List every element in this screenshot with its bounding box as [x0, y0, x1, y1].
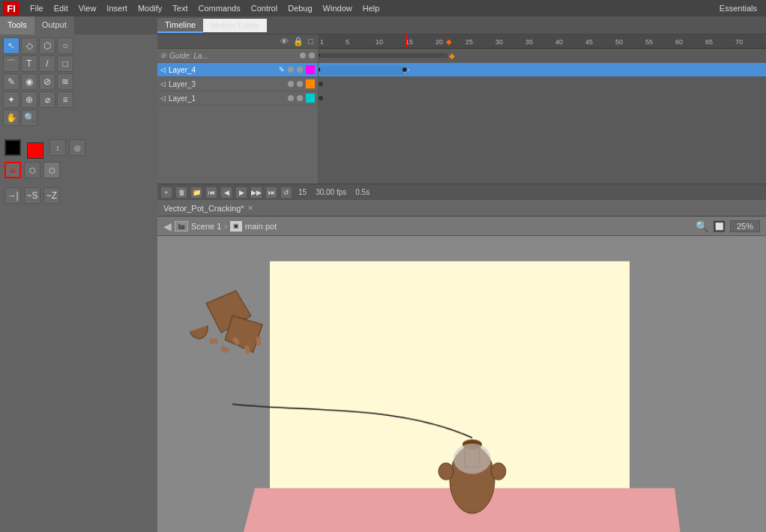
ruler-num-60: 60 — [675, 38, 683, 46]
timeline-header: Timeline Motion Editor — [157, 16, 766, 34]
layer1-icon: ◁ — [160, 94, 166, 102]
ruler-num-55: 55 — [645, 38, 653, 46]
back-btn[interactable]: ◀ — [163, 220, 172, 232]
menu-help[interactable]: Help — [358, 2, 384, 14]
swap-colors[interactable]: ↕ — [49, 139, 66, 156]
none-color[interactable]: □ — [4, 162, 21, 178]
tool-row-3: ✎ ◉ ⊘ ≋ — [3, 73, 154, 90]
stage-canvas[interactable] — [157, 236, 766, 532]
menu-view[interactable]: View — [74, 2, 101, 14]
lock-icon[interactable]: 🔒 — [293, 37, 304, 46]
breadcrumb-scene[interactable]: Scene 1 — [191, 222, 221, 231]
hand-tool[interactable]: ✋ — [3, 109, 19, 126]
rect-tool[interactable]: □ — [57, 55, 73, 72]
menu-file[interactable]: File — [25, 2, 48, 14]
default-colors[interactable]: ◎ — [69, 139, 85, 156]
menu-insert[interactable]: Insert — [102, 2, 132, 14]
frame-dot-layer1 — [319, 96, 323, 100]
tab-motion-editor[interactable]: Motion Editor — [203, 19, 267, 32]
zoom-out-icon[interactable]: 🔍 — [696, 220, 708, 232]
layer-panel: 👁 🔒 □ ⊘ Guide: La... ◁ Layer_4 — [157, 34, 319, 184]
layer4-icon: ◁ — [160, 66, 166, 73]
play-btn[interactable]: ▶ — [235, 187, 247, 199]
pencil-icon-layer4: ✎ — [279, 66, 285, 73]
menu-control[interactable]: Control — [247, 2, 282, 14]
layer-row-guide[interactable]: ⊘ Guide: La... — [157, 49, 318, 63]
subselect-tool[interactable]: ◇ — [21, 37, 37, 54]
outline-icon[interactable]: □ — [308, 37, 313, 46]
go-end-btn[interactable]: ⏭ — [265, 187, 277, 199]
straighten-btn[interactable]: ~Z — [43, 187, 60, 204]
workspace-label: Essentials — [720, 4, 763, 13]
brush-tool[interactable]: ◉ — [21, 73, 37, 90]
ruler-num-1: 1 — [320, 38, 324, 46]
pencil-tool[interactable]: ✎ — [3, 73, 19, 90]
track-layer4[interactable]: ▷ — [319, 63, 766, 77]
go-start-btn[interactable]: ⏮ — [205, 187, 217, 199]
doc-close-btn[interactable]: ✕ — [247, 204, 253, 212]
gradient-tool[interactable]: ○ — [57, 37, 73, 54]
layer1-eye-dot — [288, 95, 294, 101]
tool-grid: ↖ ◇ ⬡ ○ ⌒ T / □ ✎ ◉ ⊘ ≋ ✦ ⊕ ⌀ ≡ — [0, 34, 157, 129]
zoom-fit-icon[interactable]: 🔲 — [713, 220, 726, 232]
guide-layer-icon: ⊘ — [160, 52, 166, 59]
menu-modify[interactable]: Modify — [133, 2, 166, 14]
lasso-tool[interactable]: ⌒ — [3, 55, 19, 72]
frame-end-layer4 — [402, 67, 407, 72]
guide-layer-name: Guide: La... — [169, 52, 297, 60]
ruler-num-30: 30 — [495, 38, 503, 46]
eye-icon[interactable]: 👁 — [280, 37, 289, 46]
color-row-2: □ ⬡ ⬡ — [4, 162, 153, 178]
snap-align-btn[interactable]: →| — [4, 187, 21, 204]
menu-window[interactable]: Window — [319, 2, 357, 14]
folder-btn[interactable]: 📁 — [190, 187, 202, 199]
eyedropper-tool[interactable]: ✦ — [3, 91, 19, 108]
color-mode-btn[interactable]: ⬡ — [24, 162, 40, 178]
delete-layer-btn[interactable]: 🗑 — [175, 187, 187, 199]
text-tool[interactable]: T — [21, 55, 37, 72]
layer-row-1[interactable]: ◁ Layer_1 — [157, 91, 318, 106]
color-mode-btn2[interactable]: ⬡ — [43, 162, 60, 178]
color-row: ↕ ◎ — [4, 136, 153, 159]
breadcrumb-symbol[interactable]: main pot — [245, 222, 277, 231]
ink-bottle-tool[interactable]: ⊘ — [39, 73, 55, 90]
zoom-tool[interactable]: 🔍 — [21, 109, 37, 126]
layer3-color — [306, 79, 315, 88]
toolbar: Tools Output ↖ ◇ ⬡ ○ ⌒ T / □ ✎ ◉ ⊘ ≋ — [0, 16, 157, 532]
track-layer1[interactable] — [319, 91, 766, 106]
zoom-value[interactable]: 25% — [730, 220, 760, 232]
paint-bucket-tool[interactable]: ≋ — [57, 73, 73, 90]
layer-row-3[interactable]: ◁ Layer_3 — [157, 77, 318, 91]
eraser-tool[interactable]: ⊕ — [21, 91, 37, 108]
menu-bar: Fl File Edit View Insert Modify Text Com… — [0, 0, 766, 16]
menu-debug[interactable]: Debug — [283, 2, 316, 14]
select-tool[interactable]: ↖ — [3, 37, 19, 54]
layer4-name: Layer_4 — [169, 66, 276, 74]
step-back-btn[interactable]: ◀ — [220, 187, 232, 199]
tab-tools[interactable]: Tools — [0, 16, 34, 34]
tab-timeline[interactable]: Timeline — [157, 18, 203, 33]
track-guide[interactable]: ◆ — [319, 49, 766, 63]
stage-container: Vector_Pot_Cracking* ✕ ◀ 🎬 Scene 1 › ▣ m… — [157, 200, 766, 532]
frame-dot-layer3 — [319, 82, 323, 86]
add-layer-btn[interactable]: + — [160, 187, 172, 199]
line-tool[interactable]: / — [39, 55, 55, 72]
stroke-color[interactable] — [4, 139, 21, 156]
free-transform-tool[interactable]: ⬡ — [39, 37, 55, 54]
doc-tab-item[interactable]: Vector_Pot_Cracking* ✕ — [163, 204, 253, 213]
scene-icon: 🎬 — [175, 221, 188, 232]
smooth-btn[interactable]: ~S — [24, 187, 40, 204]
menu-edit[interactable]: Edit — [49, 2, 73, 14]
layer1-color — [306, 94, 315, 103]
layer-row-4[interactable]: ◁ Layer_4 ✎ — [157, 63, 318, 77]
loop-btn[interactable]: ↺ — [280, 187, 292, 199]
bone-tool[interactable]: ≡ — [57, 91, 73, 108]
tab-output[interactable]: Output — [34, 16, 74, 34]
deco-tool[interactable]: ⌀ — [39, 91, 55, 108]
step-fwd-btn[interactable]: ▶▶ — [250, 187, 262, 199]
playhead[interactable] — [405, 34, 407, 48]
menu-text[interactable]: Text — [168, 2, 192, 14]
menu-commands[interactable]: Commands — [193, 2, 244, 14]
fill-color[interactable] — [27, 142, 43, 159]
track-layer3[interactable] — [319, 77, 766, 91]
